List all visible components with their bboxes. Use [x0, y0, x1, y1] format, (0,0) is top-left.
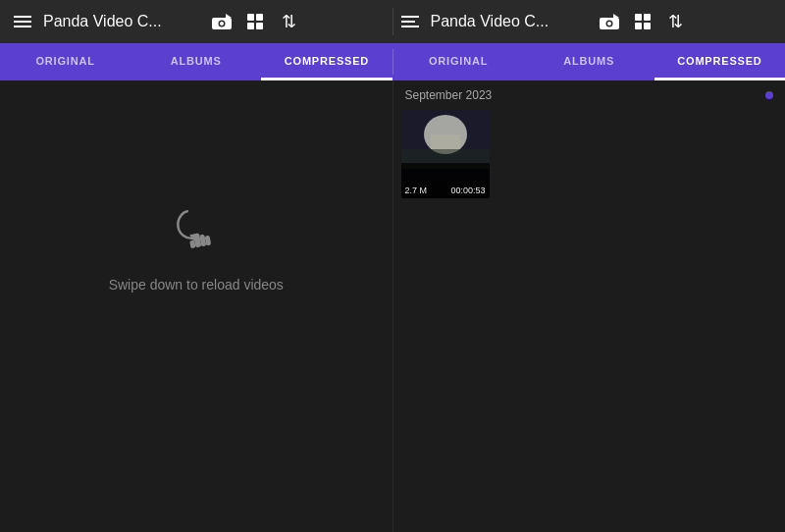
dot-indicator: [765, 91, 773, 99]
sort-icon-left[interactable]: ⇅: [275, 7, 302, 36]
svg-rect-17: [401, 149, 490, 169]
video-size: 2.7 M: [405, 186, 428, 195]
main-content: Swipe down to reload videos September 20…: [0, 80, 785, 532]
tab-compressed-right[interactable]: COMPRESSED: [654, 43, 785, 80]
svg-point-3: [220, 22, 224, 26]
tab-albums-right[interactable]: ALBUMS: [524, 43, 654, 80]
tab-original-left[interactable]: ORIGINAL: [0, 43, 131, 80]
video-meta: 2.7 M 00:00:53: [401, 183, 490, 198]
svg-marker-5: [613, 14, 619, 18]
video-duration: 00:00:53: [450, 186, 485, 195]
top-bar: Panda Video C... ⇅ Panda Video C...: [0, 0, 785, 43]
app-title-right: Panda Video C...: [431, 13, 588, 30]
tab-albums-left[interactable]: ALBUMS: [131, 43, 261, 80]
section-date: September 2023: [405, 88, 493, 102]
list-icon-right[interactable]: [397, 12, 423, 31]
menu-icon[interactable]: [10, 12, 35, 31]
tab-section-right: ORIGINAL ALBUMS COMPRESSED: [393, 43, 786, 80]
top-bar-right: Panda Video C... ⇅: [397, 7, 776, 36]
left-panel: Swipe down to reload videos: [0, 80, 393, 532]
tab-compressed-left[interactable]: COMPRESSED: [261, 43, 392, 80]
top-bar-divider: [392, 8, 393, 35]
section-header: September 2023: [393, 80, 786, 110]
grid-icon-left[interactable]: [243, 10, 267, 33]
svg-rect-15: [431, 134, 460, 149]
tab-bar: ORIGINAL ALBUMS COMPRESSED ORIGINAL ALBU…: [0, 43, 785, 80]
app-title-left: Panda Video C...: [43, 13, 200, 30]
tab-original-right[interactable]: ORIGINAL: [393, 43, 524, 80]
svg-point-7: [607, 22, 611, 26]
sort-icon-right[interactable]: ⇅: [662, 7, 690, 36]
camera-icon-right[interactable]: [596, 10, 623, 33]
top-bar-left: Panda Video C... ⇅: [10, 7, 389, 36]
swipe-icon: [167, 198, 226, 269]
grid-icon-right[interactable]: [631, 10, 654, 33]
video-thumbnail[interactable]: 2.7 M 00:00:53: [401, 110, 490, 198]
camera-icon-left[interactable]: [208, 10, 236, 33]
video-grid: 2.7 M 00:00:53: [393, 110, 786, 206]
right-panel: September 2023: [393, 80, 786, 532]
tab-section-left: ORIGINAL ALBUMS COMPRESSED: [0, 43, 392, 80]
swipe-text: Swipe down to reload videos: [109, 277, 284, 293]
empty-state: Swipe down to reload videos: [0, 110, 392, 385]
svg-marker-1: [226, 14, 232, 18]
